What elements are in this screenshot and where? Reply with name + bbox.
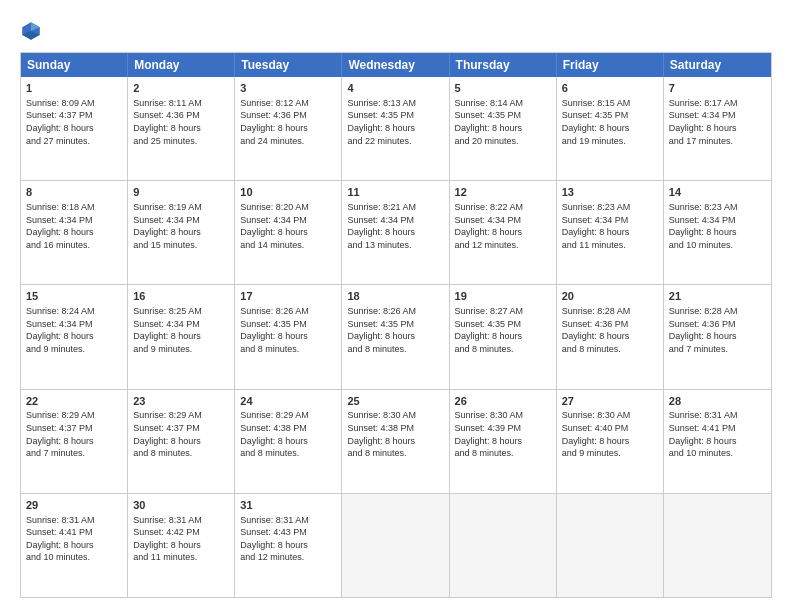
day-info-text: Sunrise: 8:29 AMSunset: 4:38 PMDaylight:…	[240, 409, 336, 459]
day-info-text: Sunrise: 8:23 AMSunset: 4:34 PMDaylight:…	[669, 201, 766, 251]
calendar-day-cell: 5Sunrise: 8:14 AMSunset: 4:35 PMDaylight…	[450, 77, 557, 180]
day-info-text: Sunrise: 8:24 AMSunset: 4:34 PMDaylight:…	[26, 305, 122, 355]
day-number: 12	[455, 185, 551, 200]
logo	[20, 18, 46, 42]
calendar-day-cell: 18Sunrise: 8:26 AMSunset: 4:35 PMDayligh…	[342, 285, 449, 388]
logo-icon	[20, 20, 42, 42]
calendar-week-row: 22Sunrise: 8:29 AMSunset: 4:37 PMDayligh…	[21, 389, 771, 493]
day-info-text: Sunrise: 8:31 AMSunset: 4:41 PMDaylight:…	[26, 514, 122, 564]
calendar-header-cell: Wednesday	[342, 53, 449, 77]
day-info-text: Sunrise: 8:11 AMSunset: 4:36 PMDaylight:…	[133, 97, 229, 147]
calendar-day-cell: 3Sunrise: 8:12 AMSunset: 4:36 PMDaylight…	[235, 77, 342, 180]
day-number: 28	[669, 394, 766, 409]
calendar-day-cell: 9Sunrise: 8:19 AMSunset: 4:34 PMDaylight…	[128, 181, 235, 284]
day-info-text: Sunrise: 8:15 AMSunset: 4:35 PMDaylight:…	[562, 97, 658, 147]
calendar-header-row: SundayMondayTuesdayWednesdayThursdayFrid…	[21, 53, 771, 77]
day-info-text: Sunrise: 8:19 AMSunset: 4:34 PMDaylight:…	[133, 201, 229, 251]
calendar-day-cell: 31Sunrise: 8:31 AMSunset: 4:43 PMDayligh…	[235, 494, 342, 597]
day-info-text: Sunrise: 8:30 AMSunset: 4:38 PMDaylight:…	[347, 409, 443, 459]
day-info-text: Sunrise: 8:29 AMSunset: 4:37 PMDaylight:…	[26, 409, 122, 459]
day-info-text: Sunrise: 8:31 AMSunset: 4:42 PMDaylight:…	[133, 514, 229, 564]
calendar-week-row: 15Sunrise: 8:24 AMSunset: 4:34 PMDayligh…	[21, 284, 771, 388]
calendar-day-cell	[664, 494, 771, 597]
calendar-week-row: 1Sunrise: 8:09 AMSunset: 4:37 PMDaylight…	[21, 77, 771, 180]
day-number: 5	[455, 81, 551, 96]
calendar-day-cell: 7Sunrise: 8:17 AMSunset: 4:34 PMDaylight…	[664, 77, 771, 180]
calendar-day-cell: 16Sunrise: 8:25 AMSunset: 4:34 PMDayligh…	[128, 285, 235, 388]
day-info-text: Sunrise: 8:17 AMSunset: 4:34 PMDaylight:…	[669, 97, 766, 147]
day-info-text: Sunrise: 8:25 AMSunset: 4:34 PMDaylight:…	[133, 305, 229, 355]
day-number: 4	[347, 81, 443, 96]
calendar-body: 1Sunrise: 8:09 AMSunset: 4:37 PMDaylight…	[21, 77, 771, 597]
calendar-day-cell: 14Sunrise: 8:23 AMSunset: 4:34 PMDayligh…	[664, 181, 771, 284]
day-number: 3	[240, 81, 336, 96]
calendar-day-cell: 29Sunrise: 8:31 AMSunset: 4:41 PMDayligh…	[21, 494, 128, 597]
calendar-day-cell: 30Sunrise: 8:31 AMSunset: 4:42 PMDayligh…	[128, 494, 235, 597]
day-number: 19	[455, 289, 551, 304]
calendar-day-cell: 28Sunrise: 8:31 AMSunset: 4:41 PMDayligh…	[664, 390, 771, 493]
day-info-text: Sunrise: 8:28 AMSunset: 4:36 PMDaylight:…	[669, 305, 766, 355]
calendar-day-cell: 8Sunrise: 8:18 AMSunset: 4:34 PMDaylight…	[21, 181, 128, 284]
calendar-week-row: 29Sunrise: 8:31 AMSunset: 4:41 PMDayligh…	[21, 493, 771, 597]
calendar-day-cell: 11Sunrise: 8:21 AMSunset: 4:34 PMDayligh…	[342, 181, 449, 284]
calendar-day-cell: 17Sunrise: 8:26 AMSunset: 4:35 PMDayligh…	[235, 285, 342, 388]
day-number: 21	[669, 289, 766, 304]
calendar-day-cell: 2Sunrise: 8:11 AMSunset: 4:36 PMDaylight…	[128, 77, 235, 180]
calendar-day-cell: 20Sunrise: 8:28 AMSunset: 4:36 PMDayligh…	[557, 285, 664, 388]
calendar-day-cell: 23Sunrise: 8:29 AMSunset: 4:37 PMDayligh…	[128, 390, 235, 493]
day-info-text: Sunrise: 8:31 AMSunset: 4:43 PMDaylight:…	[240, 514, 336, 564]
day-number: 18	[347, 289, 443, 304]
calendar-day-cell: 27Sunrise: 8:30 AMSunset: 4:40 PMDayligh…	[557, 390, 664, 493]
day-info-text: Sunrise: 8:13 AMSunset: 4:35 PMDaylight:…	[347, 97, 443, 147]
day-info-text: Sunrise: 8:28 AMSunset: 4:36 PMDaylight:…	[562, 305, 658, 355]
day-info-text: Sunrise: 8:22 AMSunset: 4:34 PMDaylight:…	[455, 201, 551, 251]
calendar-day-cell: 24Sunrise: 8:29 AMSunset: 4:38 PMDayligh…	[235, 390, 342, 493]
calendar-header-cell: Sunday	[21, 53, 128, 77]
day-info-text: Sunrise: 8:29 AMSunset: 4:37 PMDaylight:…	[133, 409, 229, 459]
day-number: 23	[133, 394, 229, 409]
day-number: 11	[347, 185, 443, 200]
calendar-header-cell: Saturday	[664, 53, 771, 77]
calendar-day-cell	[450, 494, 557, 597]
day-number: 7	[669, 81, 766, 96]
day-info-text: Sunrise: 8:27 AMSunset: 4:35 PMDaylight:…	[455, 305, 551, 355]
day-number: 22	[26, 394, 122, 409]
calendar-day-cell: 1Sunrise: 8:09 AMSunset: 4:37 PMDaylight…	[21, 77, 128, 180]
day-number: 13	[562, 185, 658, 200]
calendar-day-cell: 22Sunrise: 8:29 AMSunset: 4:37 PMDayligh…	[21, 390, 128, 493]
day-info-text: Sunrise: 8:26 AMSunset: 4:35 PMDaylight:…	[240, 305, 336, 355]
day-info-text: Sunrise: 8:18 AMSunset: 4:34 PMDaylight:…	[26, 201, 122, 251]
day-info-text: Sunrise: 8:12 AMSunset: 4:36 PMDaylight:…	[240, 97, 336, 147]
day-number: 6	[562, 81, 658, 96]
day-number: 14	[669, 185, 766, 200]
calendar-day-cell: 6Sunrise: 8:15 AMSunset: 4:35 PMDaylight…	[557, 77, 664, 180]
calendar-header-cell: Tuesday	[235, 53, 342, 77]
calendar-day-cell: 10Sunrise: 8:20 AMSunset: 4:34 PMDayligh…	[235, 181, 342, 284]
day-info-text: Sunrise: 8:30 AMSunset: 4:39 PMDaylight:…	[455, 409, 551, 459]
calendar-header-cell: Friday	[557, 53, 664, 77]
day-number: 17	[240, 289, 336, 304]
calendar-day-cell	[342, 494, 449, 597]
day-info-text: Sunrise: 8:30 AMSunset: 4:40 PMDaylight:…	[562, 409, 658, 459]
calendar-day-cell	[557, 494, 664, 597]
calendar-day-cell: 12Sunrise: 8:22 AMSunset: 4:34 PMDayligh…	[450, 181, 557, 284]
calendar-day-cell: 13Sunrise: 8:23 AMSunset: 4:34 PMDayligh…	[557, 181, 664, 284]
day-info-text: Sunrise: 8:26 AMSunset: 4:35 PMDaylight:…	[347, 305, 443, 355]
day-number: 9	[133, 185, 229, 200]
day-info-text: Sunrise: 8:09 AMSunset: 4:37 PMDaylight:…	[26, 97, 122, 147]
day-number: 24	[240, 394, 336, 409]
calendar-day-cell: 26Sunrise: 8:30 AMSunset: 4:39 PMDayligh…	[450, 390, 557, 493]
day-info-text: Sunrise: 8:20 AMSunset: 4:34 PMDaylight:…	[240, 201, 336, 251]
day-number: 16	[133, 289, 229, 304]
day-number: 1	[26, 81, 122, 96]
day-number: 10	[240, 185, 336, 200]
day-number: 2	[133, 81, 229, 96]
day-number: 27	[562, 394, 658, 409]
calendar-day-cell: 19Sunrise: 8:27 AMSunset: 4:35 PMDayligh…	[450, 285, 557, 388]
calendar-day-cell: 15Sunrise: 8:24 AMSunset: 4:34 PMDayligh…	[21, 285, 128, 388]
day-info-text: Sunrise: 8:31 AMSunset: 4:41 PMDaylight:…	[669, 409, 766, 459]
calendar-day-cell: 21Sunrise: 8:28 AMSunset: 4:36 PMDayligh…	[664, 285, 771, 388]
calendar-day-cell: 25Sunrise: 8:30 AMSunset: 4:38 PMDayligh…	[342, 390, 449, 493]
calendar-week-row: 8Sunrise: 8:18 AMSunset: 4:34 PMDaylight…	[21, 180, 771, 284]
calendar-header-cell: Thursday	[450, 53, 557, 77]
